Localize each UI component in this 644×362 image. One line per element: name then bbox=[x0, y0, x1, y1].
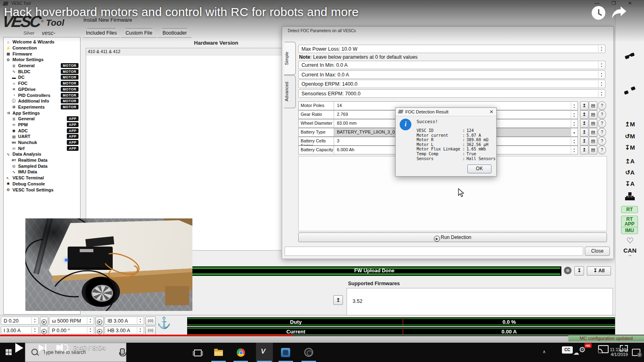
vesc-tool-taskbar-icon[interactable]: V bbox=[256, 343, 273, 362]
share-icon[interactable] bbox=[611, 6, 627, 21]
sidebar-item-motor-settings[interactable]: ⚙Motor Settings bbox=[4, 57, 80, 63]
can-forward-button[interactable]: CAN→ bbox=[615, 247, 644, 256]
volume-icon[interactable] bbox=[56, 345, 60, 350]
copy-param-icon[interactable]: ▤ bbox=[589, 101, 597, 110]
help-icon[interactable]: ? bbox=[598, 137, 606, 146]
next-button[interactable] bbox=[39, 344, 44, 352]
run-duty-button[interactable]: ▶ bbox=[40, 317, 48, 325]
sidebar-item-vesc-tool-settings[interactable]: ⚙VESC Tool Settings bbox=[4, 187, 80, 193]
sidebar-item-dc[interactable]: ▬DCMOTOR bbox=[4, 74, 80, 80]
obs-icon[interactable] bbox=[304, 348, 313, 357]
sidebar-item-nunchuk[interactable]: WiiNunchukAPP bbox=[4, 140, 80, 146]
help-icon[interactable]: ? bbox=[598, 146, 606, 154]
sidebar-item-uart[interactable]: ▤UARTAPP bbox=[4, 134, 80, 140]
close-icon[interactable]: ✕ bbox=[628, 0, 632, 6]
spinner-icon[interactable]: ▴▾ bbox=[598, 71, 605, 78]
copy-param-icon[interactable]: ▤ bbox=[589, 146, 597, 154]
run-position-button[interactable]: ▶ bbox=[95, 326, 104, 335]
copy-param-icon[interactable]: ▤ bbox=[589, 128, 597, 137]
sidebar-item-firmware[interactable]: ▦Firmware bbox=[4, 51, 80, 57]
spinner-icon[interactable]: ▴▾ bbox=[571, 138, 577, 146]
download-all-button[interactable]: ↧ All bbox=[587, 266, 611, 276]
run-speed-button[interactable]: ▶ bbox=[95, 317, 104, 325]
write-app-config-button[interactable]: ↥A bbox=[615, 158, 644, 165]
spinner-icon[interactable]: ▴▾ bbox=[31, 327, 38, 333]
handbrake-icon[interactable]: (⊙) bbox=[145, 326, 156, 335]
start-button[interactable] bbox=[6, 349, 12, 355]
help-icon[interactable]: ? bbox=[598, 101, 606, 110]
copy-param-icon[interactable]: ▤ bbox=[589, 119, 597, 128]
network-icon[interactable] bbox=[625, 192, 635, 200]
help-icon[interactable]: ? bbox=[598, 110, 606, 119]
connect-icon[interactable] bbox=[624, 51, 636, 61]
notification-icon[interactable]: 2 bbox=[632, 349, 640, 356]
anchor-icon[interactable]: ⚓ bbox=[157, 316, 171, 329]
disconnect-icon[interactable] bbox=[624, 86, 636, 96]
spinner-icon[interactable]: ▴▾ bbox=[137, 317, 143, 324]
tray-expand-icon[interactable]: ∧ bbox=[543, 349, 546, 354]
spinner-icon[interactable]: ▴▾ bbox=[571, 146, 577, 154]
tab-simple[interactable]: Simple bbox=[284, 42, 296, 75]
sidebar-item-gpdrive[interactable]: ≋GPDriveMOTOR bbox=[4, 86, 80, 93]
cancel-upload-button[interactable]: ⊗ bbox=[564, 267, 572, 274]
write-param-button[interactable]: ↥ bbox=[580, 119, 588, 128]
tab-bootloader[interactable]: Bootloader bbox=[158, 28, 192, 38]
spinner-icon[interactable]: ▴▾ bbox=[598, 45, 605, 52]
file-explorer-icon[interactable] bbox=[214, 350, 223, 356]
spinner-icon[interactable]: ▴▾ bbox=[137, 327, 143, 333]
handbrake-current-spinbox[interactable]: HB 3.00 A▴▾ bbox=[105, 326, 144, 334]
position-setpoint-spinbox[interactable]: P 0.00 °▴▾ bbox=[49, 326, 94, 334]
openloop-erpm-spinbox[interactable]: Openloop ERPM: 1400.0▴▾ bbox=[298, 80, 605, 88]
play-button[interactable] bbox=[15, 343, 23, 353]
chrome-icon[interactable] bbox=[237, 348, 245, 357]
sidebar-item-pid[interactable]: ◔PID ControllersMOTOR bbox=[4, 92, 80, 98]
sidebar-item-sampled-data[interactable]: ◎Sampled Data bbox=[4, 163, 80, 169]
spinner-icon[interactable]: ▴▾ bbox=[598, 62, 605, 68]
current-in-max-spinbox[interactable]: Current In Max: 0.0 A▴▾ bbox=[298, 70, 605, 79]
sidebar-item-app-settings[interactable]: ⇉App Settings bbox=[4, 110, 80, 116]
spinner-icon[interactable]: ▴▾ bbox=[87, 317, 93, 324]
spinner-icon[interactable]: ▴▾ bbox=[571, 120, 577, 128]
copy-param-icon[interactable]: ▤ bbox=[589, 137, 597, 146]
write-param-button[interactable]: ↥ bbox=[580, 137, 588, 146]
help-icon[interactable]: ? bbox=[598, 119, 606, 128]
duty-setpoint-spinbox[interactable]: D 0.20▴▾ bbox=[1, 317, 39, 325]
run-detection-button[interactable]: ▶Run Detection bbox=[298, 232, 607, 242]
copy-param-icon[interactable]: ▤ bbox=[589, 110, 597, 119]
sidebar-item-debug-console[interactable]: ✱Debug Console bbox=[4, 181, 80, 187]
current-setpoint-spinbox[interactable]: I 3.00 A▴▾ bbox=[1, 326, 39, 334]
task-view-icon[interactable] bbox=[194, 350, 202, 356]
spinner-icon[interactable]: ▴▾ bbox=[571, 111, 577, 119]
sidebar-item-experiments[interactable]: ⊞ExperimentsMOTOR bbox=[4, 104, 80, 110]
cloud-icon[interactable]: ☁ bbox=[573, 349, 579, 356]
sidebar-item-vesc-terminal[interactable]: >_VESC Terminal bbox=[4, 175, 80, 181]
brake-icon[interactable]: (⊙) bbox=[145, 317, 156, 325]
close-icon[interactable]: ✕ bbox=[489, 108, 493, 116]
sidebar-item-foc[interactable]: ≈FOCMOTOR bbox=[4, 80, 80, 86]
sidebar-item-realtime-data[interactable]: RTRealtime Data bbox=[4, 157, 80, 163]
sidebar-item-bldc[interactable]: ∿BLDCMOTOR bbox=[4, 68, 80, 74]
read-app-config-button[interactable]: ↧A bbox=[615, 180, 644, 187]
write-param-button[interactable]: ↥ bbox=[580, 110, 588, 119]
sidebar-item-additional-info[interactable]: ⓘAdditional InfoMOTOR bbox=[4, 98, 80, 104]
current-in-min-spinbox[interactable]: Current In Min: 0.0 A▴▾ bbox=[298, 61, 605, 69]
sensorless-erpm-spinbox[interactable]: Sensorless ERPM: 7000.0▴▾ bbox=[298, 89, 605, 98]
sidebar-item-motor-general[interactable]: ≣GeneralMOTOR bbox=[4, 63, 80, 69]
sidebar-item-adc[interactable]: ◉ADCAPP bbox=[4, 128, 80, 134]
reload-motor-config-button[interactable]: ↺M bbox=[615, 133, 644, 140]
brake-current-spinbox[interactable]: IB 3.00 A▴▾ bbox=[105, 317, 144, 325]
video-progress-bar[interactable] bbox=[0, 335, 644, 336]
upload-firmware-button[interactable]: ↥ bbox=[333, 295, 343, 305]
imu-data-button[interactable]: IMU bbox=[621, 227, 638, 234]
sidebar-item-imu-data[interactable]: ∿IMU Data bbox=[4, 169, 80, 175]
speed-setpoint-spinbox[interactable]: ω 5000 RPM▴▾ bbox=[49, 317, 94, 325]
write-motor-config-button[interactable]: ↥M bbox=[615, 121, 644, 128]
minimize-icon[interactable]: — bbox=[594, 0, 599, 6]
app-taskbar-icon[interactable] bbox=[281, 348, 290, 357]
spinner-icon[interactable]: ▴▾ bbox=[31, 317, 38, 324]
spinner-icon[interactable]: ▴▾ bbox=[571, 102, 577, 110]
spinner-icon[interactable]: ▴▾ bbox=[87, 327, 93, 333]
watch-later-icon[interactable] bbox=[592, 6, 605, 20]
sidebar-item-app-general[interactable]: ≣GeneralAPP bbox=[4, 116, 80, 122]
help-icon[interactable]: ? bbox=[598, 128, 606, 137]
